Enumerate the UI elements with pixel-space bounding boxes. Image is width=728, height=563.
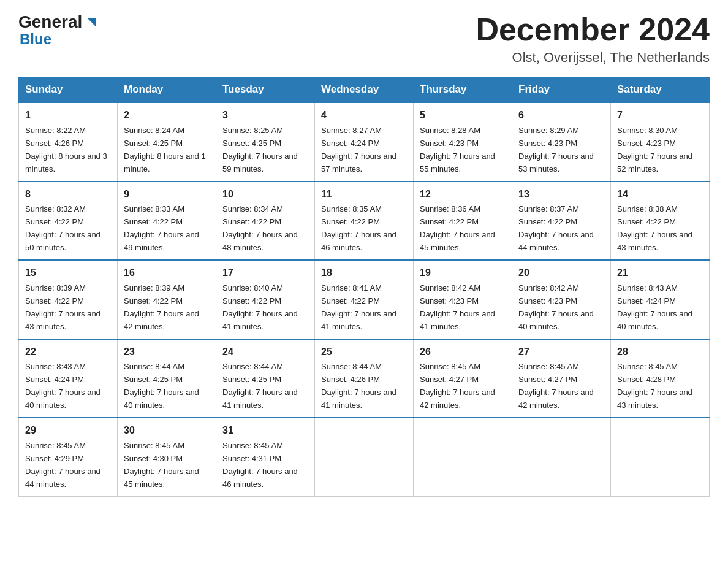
calendar-cell: 25 Sunrise: 8:44 AMSunset: 4:26 PMDaylig… <box>315 339 414 418</box>
day-number: 26 <box>420 345 506 360</box>
calendar-cell: 9 Sunrise: 8:33 AMSunset: 4:22 PMDayligh… <box>118 182 216 260</box>
day-info: Sunrise: 8:45 AMSunset: 4:31 PMDaylight:… <box>222 441 298 489</box>
day-info: Sunrise: 8:43 AMSunset: 4:24 PMDaylight:… <box>617 283 692 331</box>
day-info: Sunrise: 8:39 AMSunset: 4:22 PMDaylight:… <box>25 283 100 331</box>
day-number: 9 <box>124 187 210 202</box>
logo-row1: General <box>18 12 98 32</box>
calendar-cell: 15 Sunrise: 8:39 AMSunset: 4:22 PMDaylig… <box>19 260 118 339</box>
day-info: Sunrise: 8:34 AMSunset: 4:22 PMDaylight:… <box>222 204 298 252</box>
calendar-cell: 30 Sunrise: 8:45 AMSunset: 4:30 PMDaylig… <box>118 418 216 496</box>
calendar-cell <box>512 418 611 496</box>
day-number: 17 <box>222 266 308 281</box>
day-info: Sunrise: 8:28 AMSunset: 4:23 PMDaylight:… <box>420 126 495 174</box>
day-info: Sunrise: 8:30 AMSunset: 4:23 PMDaylight:… <box>617 126 692 174</box>
day-info: Sunrise: 8:42 AMSunset: 4:23 PMDaylight:… <box>518 283 594 331</box>
calendar-week-row: 1 Sunrise: 8:22 AMSunset: 4:26 PMDayligh… <box>19 102 710 181</box>
calendar-cell: 28 Sunrise: 8:45 AMSunset: 4:28 PMDaylig… <box>611 339 710 418</box>
day-number: 2 <box>124 108 210 123</box>
calendar-cell: 2 Sunrise: 8:24 AMSunset: 4:25 PMDayligh… <box>118 102 216 181</box>
calendar-cell: 1 Sunrise: 8:22 AMSunset: 4:26 PMDayligh… <box>19 102 118 181</box>
day-info: Sunrise: 8:35 AMSunset: 4:22 PMDaylight:… <box>321 204 396 252</box>
day-number: 12 <box>420 187 506 202</box>
day-number: 3 <box>222 108 308 123</box>
calendar-cell: 7 Sunrise: 8:30 AMSunset: 4:23 PMDayligh… <box>611 102 710 181</box>
day-number: 22 <box>25 345 111 360</box>
day-number: 13 <box>518 187 604 202</box>
calendar-week-row: 8 Sunrise: 8:32 AMSunset: 4:22 PMDayligh… <box>19 182 710 260</box>
calendar-cell: 23 Sunrise: 8:44 AMSunset: 4:25 PMDaylig… <box>118 339 216 418</box>
calendar-header-row: Sunday Monday Tuesday Wednesday Thursday… <box>19 77 710 103</box>
day-info: Sunrise: 8:45 AMSunset: 4:27 PMDaylight:… <box>518 362 594 410</box>
calendar-cell: 11 Sunrise: 8:35 AMSunset: 4:22 PMDaylig… <box>315 182 414 260</box>
day-number: 14 <box>617 187 703 202</box>
day-info: Sunrise: 8:44 AMSunset: 4:26 PMDaylight:… <box>321 362 396 410</box>
calendar-cell: 19 Sunrise: 8:42 AMSunset: 4:23 PMDaylig… <box>414 260 512 339</box>
calendar-week-row: 29 Sunrise: 8:45 AMSunset: 4:29 PMDaylig… <box>19 418 710 496</box>
col-wednesday: Wednesday <box>315 77 414 103</box>
day-number: 7 <box>617 108 703 123</box>
day-number: 18 <box>321 266 407 281</box>
day-info: Sunrise: 8:39 AMSunset: 4:22 PMDaylight:… <box>124 283 199 331</box>
day-number: 27 <box>518 345 604 360</box>
calendar-table: Sunday Monday Tuesday Wednesday Thursday… <box>18 77 710 496</box>
calendar-cell: 27 Sunrise: 8:45 AMSunset: 4:27 PMDaylig… <box>512 339 611 418</box>
day-info: Sunrise: 8:44 AMSunset: 4:25 PMDaylight:… <box>124 362 199 410</box>
col-monday: Monday <box>118 77 216 103</box>
calendar-cell: 3 Sunrise: 8:25 AMSunset: 4:25 PMDayligh… <box>216 102 315 181</box>
calendar-cell: 18 Sunrise: 8:41 AMSunset: 4:22 PMDaylig… <box>315 260 414 339</box>
day-number: 4 <box>321 108 407 123</box>
calendar-cell: 13 Sunrise: 8:37 AMSunset: 4:22 PMDaylig… <box>512 182 611 260</box>
day-number: 30 <box>124 423 210 439</box>
day-number: 21 <box>617 266 703 281</box>
logo-text-blue: Blue <box>20 31 98 48</box>
day-info: Sunrise: 8:41 AMSunset: 4:22 PMDaylight:… <box>321 283 396 331</box>
calendar-cell <box>611 418 710 496</box>
calendar-cell: 8 Sunrise: 8:32 AMSunset: 4:22 PMDayligh… <box>19 182 118 260</box>
calendar-cell: 10 Sunrise: 8:34 AMSunset: 4:22 PMDaylig… <box>216 182 315 260</box>
day-number: 20 <box>518 266 604 281</box>
day-info: Sunrise: 8:45 AMSunset: 4:30 PMDaylight:… <box>124 441 199 489</box>
day-info: Sunrise: 8:36 AMSunset: 4:22 PMDaylight:… <box>420 204 495 252</box>
svg-marker-0 <box>87 18 96 26</box>
calendar-cell: 4 Sunrise: 8:27 AMSunset: 4:24 PMDayligh… <box>315 102 414 181</box>
calendar-cell: 16 Sunrise: 8:39 AMSunset: 4:22 PMDaylig… <box>118 260 216 339</box>
day-number: 23 <box>124 345 210 360</box>
col-saturday: Saturday <box>611 77 710 103</box>
calendar-cell <box>414 418 512 496</box>
calendar-cell <box>315 418 414 496</box>
day-info: Sunrise: 8:25 AMSunset: 4:25 PMDaylight:… <box>222 126 298 174</box>
day-number: 29 <box>25 423 111 439</box>
day-number: 19 <box>420 266 506 281</box>
day-info: Sunrise: 8:29 AMSunset: 4:23 PMDaylight:… <box>518 126 594 174</box>
calendar-cell: 26 Sunrise: 8:45 AMSunset: 4:27 PMDaylig… <box>414 339 512 418</box>
day-number: 15 <box>25 266 111 281</box>
day-number: 1 <box>25 108 111 123</box>
day-info: Sunrise: 8:45 AMSunset: 4:28 PMDaylight:… <box>617 362 692 410</box>
day-info: Sunrise: 8:45 AMSunset: 4:27 PMDaylight:… <box>420 362 495 410</box>
calendar-week-row: 15 Sunrise: 8:39 AMSunset: 4:22 PMDaylig… <box>19 260 710 339</box>
col-friday: Friday <box>512 77 611 103</box>
calendar-cell: 14 Sunrise: 8:38 AMSunset: 4:22 PMDaylig… <box>611 182 710 260</box>
day-number: 28 <box>617 345 703 360</box>
day-info: Sunrise: 8:32 AMSunset: 4:22 PMDaylight:… <box>25 204 100 252</box>
month-title: December 2024 <box>476 12 710 47</box>
day-number: 5 <box>420 108 506 123</box>
logo-text-general: General <box>18 12 82 32</box>
day-number: 31 <box>222 423 308 439</box>
day-info: Sunrise: 8:43 AMSunset: 4:24 PMDaylight:… <box>25 362 100 410</box>
day-info: Sunrise: 8:37 AMSunset: 4:22 PMDaylight:… <box>518 204 594 252</box>
day-number: 11 <box>321 187 407 202</box>
day-info: Sunrise: 8:33 AMSunset: 4:22 PMDaylight:… <box>124 204 199 252</box>
day-info: Sunrise: 8:42 AMSunset: 4:23 PMDaylight:… <box>420 283 495 331</box>
calendar-cell: 6 Sunrise: 8:29 AMSunset: 4:23 PMDayligh… <box>512 102 611 181</box>
day-info: Sunrise: 8:45 AMSunset: 4:29 PMDaylight:… <box>25 441 100 489</box>
day-number: 6 <box>518 108 604 123</box>
day-info: Sunrise: 8:24 AMSunset: 4:25 PMDaylight:… <box>124 126 206 174</box>
location-title: Olst, Overijssel, The Netherlands <box>476 50 710 66</box>
col-tuesday: Tuesday <box>216 77 315 103</box>
calendar-cell: 20 Sunrise: 8:42 AMSunset: 4:23 PMDaylig… <box>512 260 611 339</box>
page-header: General Blue December 2024 Olst, Overijs… <box>18 12 710 66</box>
calendar-cell: 17 Sunrise: 8:40 AMSunset: 4:22 PMDaylig… <box>216 260 315 339</box>
day-info: Sunrise: 8:22 AMSunset: 4:26 PMDaylight:… <box>25 126 107 174</box>
day-number: 10 <box>222 187 308 202</box>
